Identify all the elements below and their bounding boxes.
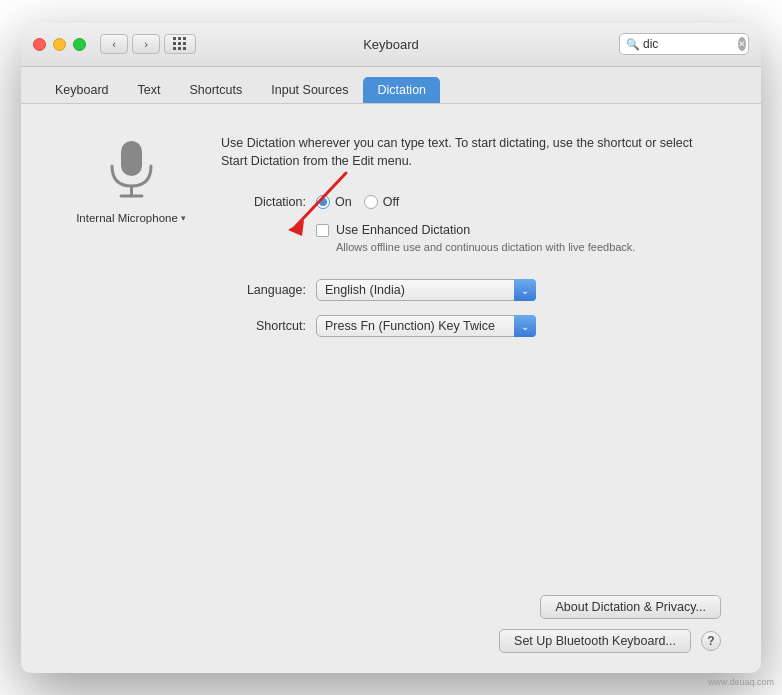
language-select[interactable]: English (India)	[316, 279, 536, 301]
enhanced-checkbox-row: Use Enhanced Dictation	[316, 223, 721, 237]
internal-mic-label[interactable]: Internal Microphone ▾	[76, 212, 186, 224]
tab-text[interactable]: Text	[124, 77, 175, 103]
close-button[interactable]	[33, 38, 46, 51]
shortcut-select-wrapper[interactable]: Press Fn (Function) Key Twice ⌄	[316, 315, 536, 337]
microphone-icon	[96, 134, 166, 204]
dictation-off-label: Off	[383, 195, 399, 209]
dictation-off-radio[interactable]	[364, 195, 378, 209]
dictation-on-radio[interactable]	[316, 195, 330, 209]
tab-dictation[interactable]: Dictation	[363, 77, 440, 103]
grid-icon	[173, 37, 187, 51]
enhanced-section: Use Enhanced Dictation Allows offline us…	[316, 223, 721, 255]
enhanced-checkbox[interactable]	[316, 224, 329, 237]
minimize-button[interactable]	[53, 38, 66, 51]
tab-input-sources[interactable]: Input Sources	[257, 77, 362, 103]
search-input[interactable]	[643, 37, 738, 51]
dictation-off-option[interactable]: Off	[364, 195, 399, 209]
back-button[interactable]: ‹	[100, 34, 128, 54]
dictation-label: Dictation:	[221, 195, 306, 209]
enhanced-description: Allows offline use and continuous dictat…	[336, 240, 721, 255]
grid-view-button[interactable]	[164, 34, 196, 54]
tab-shortcuts[interactable]: Shortcuts	[175, 77, 256, 103]
shortcut-label: Shortcut:	[221, 319, 306, 333]
window-title: Keyboard	[363, 37, 419, 52]
shortcut-select[interactable]: Press Fn (Function) Key Twice	[316, 315, 536, 337]
about-privacy-button[interactable]: About Dictation & Privacy...	[540, 595, 721, 619]
tabs-container: Keyboard Text Shortcuts Input Sources Di…	[21, 67, 761, 104]
tab-keyboard[interactable]: Keyboard	[41, 77, 123, 103]
search-icon: 🔍	[626, 38, 640, 51]
bluetooth-button[interactable]: Set Up Bluetooth Keyboard...	[499, 629, 691, 653]
dictation-on-label: On	[335, 195, 352, 209]
dictation-row: Dictation: On Off	[221, 195, 721, 209]
svg-rect-0	[121, 141, 142, 176]
content-area: Internal Microphone ▾ Use Dictation wher…	[21, 104, 761, 673]
dictation-radio-group: On Off	[316, 195, 399, 209]
traffic-lights	[33, 38, 86, 51]
search-clear-button[interactable]: ✕	[738, 37, 746, 51]
bottom-row: Set Up Bluetooth Keyboard... ?	[61, 629, 721, 653]
dictation-on-option[interactable]: On	[316, 195, 352, 209]
language-select-wrapper[interactable]: English (India) ⌄	[316, 279, 536, 301]
language-label: Language:	[221, 283, 306, 297]
search-bar[interactable]: 🔍 ✕	[619, 33, 749, 55]
svg-marker-4	[288, 220, 304, 236]
language-row: Language: English (India) ⌄	[221, 279, 721, 301]
help-button[interactable]: ?	[701, 631, 721, 651]
maximize-button[interactable]	[73, 38, 86, 51]
title-bar: ‹ › Keyboard 🔍 ✕	[21, 23, 761, 67]
nav-buttons: ‹ ›	[100, 34, 160, 54]
description-text: Use Dictation wherever you can type text…	[221, 134, 721, 172]
microphone-chevron: ▾	[181, 213, 186, 223]
microphone-section: Internal Microphone ▾	[61, 134, 201, 224]
main-window: ‹ › Keyboard 🔍 ✕ Keyboard Text Shortcuts	[21, 23, 761, 673]
shortcut-row: Shortcut: Press Fn (Function) Key Twice …	[221, 315, 721, 337]
watermark: www.deuaq.com	[708, 677, 774, 687]
enhanced-label[interactable]: Use Enhanced Dictation	[336, 223, 470, 237]
forward-button[interactable]: ›	[132, 34, 160, 54]
